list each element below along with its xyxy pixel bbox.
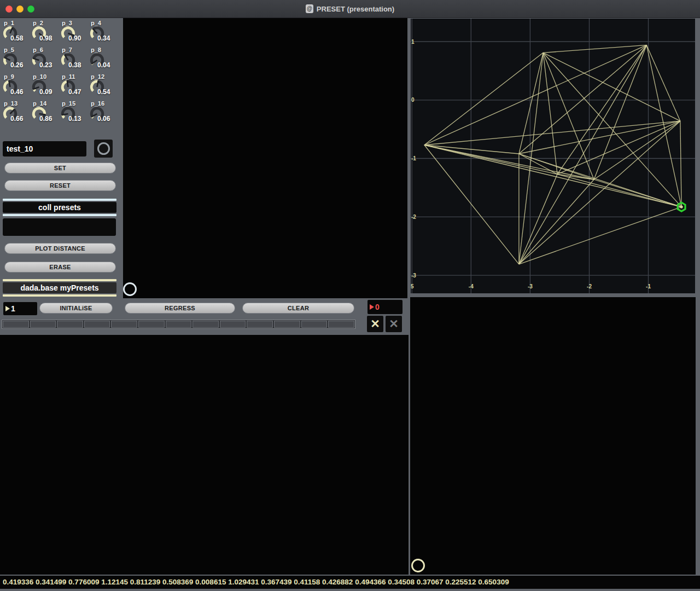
zoom-button[interactable] [27,5,34,13]
multislider[interactable] [2,320,355,329]
dadabase-object[interactable]: dada.base myPresets [3,279,116,297]
window-title-group: @ PRESET (presentation) [306,4,394,13]
knob-value: 0.86 [39,115,52,123]
knob-cell: p_20.98 [31,19,60,46]
knob-value: 0.58 [10,34,23,42]
coll-presets-object[interactable]: coll presets [3,199,116,216]
knob-cell: p_130.66 [2,100,31,126]
knob-value: 0.54 [97,88,110,96]
message-display-field[interactable] [3,218,116,236]
svg-text:-3: -3 [411,273,416,279]
plot-distance-button[interactable]: PLOT DiSTANCE [4,243,116,254]
set-button[interactable]: SET [4,163,116,173]
knob-value: 0.13 [68,115,81,123]
multislider-cell[interactable] [328,321,354,328]
traffic-lights [5,5,34,13]
bang-button[interactable] [94,140,113,158]
svg-text:5: 5 [411,283,414,289]
knob-cell: p_30.90 [60,19,89,46]
initialise-button[interactable]: INITIALiSE [39,303,113,314]
patch-window: @ PRESET (presentation) 10-1-2-35-4-3-2-… [0,0,700,591]
knob-cell: p_70.38 [60,46,89,73]
multislider-cell[interactable] [3,321,29,328]
regress-button[interactable]: REGRESS [125,303,235,314]
svg-text:-3: -3 [528,283,533,289]
svg-text:-4: -4 [469,283,474,289]
svg-text:-2: -2 [587,283,592,289]
multislider-cell[interactable] [84,321,110,328]
preset-distance-plot[interactable]: 10-1-2-35-4-3-2-1 [410,18,696,294]
multislider-cell[interactable] [30,321,56,328]
knob-cell: p_40.34 [89,19,118,46]
knob-cell: p_140.86 [31,100,60,126]
multislider-cell[interactable] [274,321,300,328]
display-canvas-top[interactable] [123,18,407,298]
erase-button[interactable]: ERASE [4,262,116,273]
x-toggle-active-button[interactable]: ✕ [367,316,383,332]
preset-number-value: 1 [11,304,15,313]
knob-value: 0.47 [68,88,81,96]
banner-bottom-bar [3,214,116,216]
window-title: PRESET (presentation) [317,5,394,13]
display-canvas-bottom-left[interactable] [0,335,409,575]
multislider-cell[interactable] [166,321,192,328]
knob-cell: p_50.26 [2,46,31,73]
number-box-triangle-icon [370,304,374,310]
multislider-cell[interactable] [57,321,83,328]
knob-value: 0.26 [10,61,23,69]
knob-value: 0.90 [68,34,81,42]
multislider-cell[interactable] [192,321,219,328]
knob-cell: p_90.46 [2,73,31,100]
reset-button[interactable]: RESET [4,180,116,191]
knob-cell: p_60.23 [31,46,60,73]
svg-text:1: 1 [411,39,415,45]
knob-value: 0.09 [39,88,52,96]
coll-presets-label: coll presets [3,202,116,213]
counter-value: 0 [375,303,380,311]
banner-bottom-bar [3,294,116,297]
knob-cell: p_110.47 [60,73,89,100]
display-canvas-bottom-right[interactable] [410,297,696,575]
counter-number-box[interactable]: 0 [368,300,402,314]
number-box-triangle-icon [5,306,10,311]
preset-number-box[interactable]: 1 [3,302,37,315]
knob-cell: p_160.06 [89,100,118,126]
minimize-button[interactable] [16,5,24,13]
knob-value: 0.23 [39,61,52,69]
canvas-origin-marker-bottom[interactable] [411,559,425,572]
knob-cell: p_120.54 [89,73,118,100]
knob-value: 0.06 [97,115,110,123]
svg-text:-2: -2 [411,214,416,220]
dadabase-label: dada.base myPresets [3,282,116,293]
knob-cell: p_80.04 [89,46,118,73]
knob-cell: p_150.13 [60,100,89,126]
svg-text:-1: -1 [646,283,651,289]
parameter-output-strip: 0.419336 0.341499 0.776009 1.12145 0.811… [0,576,700,589]
knob-value: 0.38 [68,61,81,69]
svg-text:-1: -1 [411,155,416,161]
close-button[interactable] [5,5,13,13]
x-toggle-inactive-button[interactable]: ✕ [386,316,402,332]
knob-value: 0.66 [10,115,23,123]
bang-circle-icon [97,142,110,155]
svg-text:0: 0 [411,97,415,103]
banner-top-bar [3,279,116,281]
patcher-document-icon: @ [306,4,313,13]
knob-value: 0.34 [97,34,110,42]
knob-value: 0.98 [39,34,52,42]
distance-plot-svg: 10-1-2-35-4-3-2-1 [410,18,696,294]
title-bar: @ PRESET (presentation) [0,0,700,18]
multislider-cell[interactable] [138,321,165,328]
preset-name-input[interactable]: test_10 [3,141,86,157]
banner-top-bar [3,199,116,201]
multislider-cell[interactable] [111,321,137,328]
canvas-origin-marker-top[interactable] [123,282,137,296]
knob-cell: p_10.58 [2,19,31,46]
clear-button[interactable]: CLEAR [242,303,354,314]
multislider-cell[interactable] [301,321,328,328]
knob-value: 0.46 [10,88,23,96]
multislider-cell[interactable] [220,321,246,328]
multislider-cell[interactable] [247,321,273,328]
patcher-canvas: 10-1-2-35-4-3-2-1 p_10.58p_20.98p_30.90p… [0,18,700,591]
knob-grid: p_10.58p_20.98p_30.90p_40.34p_50.26p_60.… [2,19,121,126]
